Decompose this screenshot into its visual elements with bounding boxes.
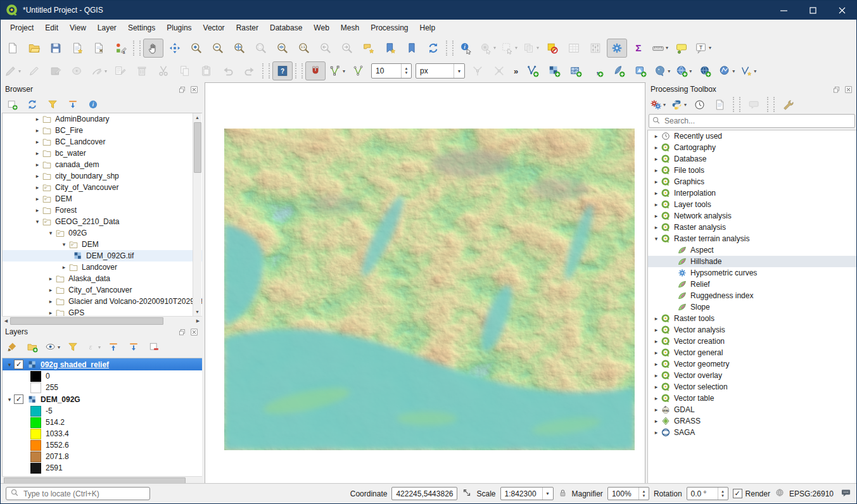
collapse-all-button[interactable] [64,96,82,113]
chevron-right-icon[interactable]: ▸ [33,150,42,156]
processing-item-layer-tools[interactable]: ▸Layer tools [648,199,857,210]
show-map-tips-button[interactable] [671,39,692,58]
chevron-right-icon[interactable]: ▸ [46,298,55,305]
chevron-right-icon[interactable]: ▸ [46,287,55,293]
legend-entry[interactable]: 2071.8 [3,451,203,462]
open-layer-styling-panel-button[interactable] [3,339,21,355]
chevron-right-icon[interactable]: ▸ [60,264,68,270]
chevron-right-icon[interactable]: ▸ [652,395,661,401]
processing-models-button[interactable] [711,96,728,113]
float-panel-icon[interactable] [177,327,187,337]
chevron-right-icon[interactable]: ▸ [652,213,661,219]
menu-database[interactable]: Database [264,21,308,35]
zoom-native-resolution-button[interactable]: 1:1 [294,39,314,58]
browser-item-canada-dem[interactable]: ▸canada_dem [3,159,203,170]
chevron-right-icon[interactable]: ▸ [33,184,42,191]
processing-item-interpolation[interactable]: ▸Interpolation [648,187,857,199]
messages-icon[interactable] [841,488,851,500]
scroll-right-icon[interactable]: ▶ [194,317,202,325]
processing-item-vector-overlay[interactable]: ▸Vector overlay [648,370,857,381]
processing-options-button[interactable] [779,96,797,113]
processing-item-recently-used[interactable]: ▸Recently used [648,130,857,142]
scroll-down-icon[interactable]: ▼ [193,308,201,316]
add-oracle-layer-button[interactable]: i▾ [673,61,694,80]
render-checkbox[interactable]: ✓ Render [733,489,770,498]
processing-item-raster-tools[interactable]: ▸Raster tools [648,313,857,324]
close-panel-icon[interactable] [844,85,853,94]
processing-item-relief[interactable]: Relief [648,279,857,290]
zoom-out-button[interactable] [208,39,228,58]
layer-visibility-checkbox[interactable]: ✓ [14,394,23,404]
chevron-right-icon[interactable]: ▸ [652,350,661,356]
menu-vector[interactable]: Vector [198,21,231,35]
menu-help[interactable]: Help [414,21,441,35]
chevron-right-icon[interactable]: ▸ [652,179,661,185]
processing-item-graphics[interactable]: ▸Graphics [648,176,857,187]
magnifier-spinbox[interactable]: 100% ▲▼ [607,487,649,500]
chevron-right-icon[interactable]: ▸ [652,384,661,390]
identify-features-button[interactable]: i [456,39,476,58]
add-virtual-layer-button[interactable]: ▾ [738,61,758,80]
layer-item-092g-shaded-relief[interactable]: ▾✓092g shaded_relief [3,358,203,370]
menu-plugins[interactable]: Plugins [161,21,197,35]
collapse-all-button[interactable] [125,339,143,355]
close-panel-icon[interactable] [189,85,199,94]
deselect-features-all-layers-button[interactable] [542,39,562,58]
processing-item-cartography[interactable]: ▸Cartography [648,142,857,153]
browser-item-dem[interactable]: ▾DEM [3,239,203,250]
browser-item-bc-water[interactable]: ▸bc_water [3,148,203,159]
browser-item-geog-2210-data[interactable]: ▾GEOG_2210_Data [3,216,203,227]
add-vector-layer-button[interactable] [523,61,543,80]
processing-item-hillshade[interactable]: Hillshade [648,256,857,267]
float-panel-icon[interactable] [177,85,187,94]
chevron-right-icon[interactable]: ▸ [652,167,661,173]
processing-algorithms-button[interactable]: ▾ [649,96,667,113]
processing-search[interactable] [649,114,855,128]
chevron-right-icon[interactable]: ▸ [33,207,42,213]
add-wcs-layer-button[interactable] [695,61,715,80]
chevron-right-icon[interactable]: ▸ [652,361,661,367]
chevron-down-icon[interactable]: ▾ [33,218,42,225]
expand-all-button[interactable] [105,339,122,355]
browser-item-dem-092g-tif[interactable]: DEM_092G.tif [3,250,203,261]
spin-down-icon[interactable]: ▼ [642,494,645,498]
chevron-down-icon[interactable]: ▾ [5,396,14,403]
show-layout-manager-button[interactable] [89,39,109,58]
processing-item-vector-table[interactable]: ▸Vector table [648,393,857,404]
snapping-units-combobox[interactable]: px▾ [416,63,465,79]
enable-snapping-button[interactable] [305,61,326,80]
processing-item-gdal[interactable]: ▸GDALGDAL [648,404,857,415]
browser-item-glacier-and-volcano-20200910t202938[interactable]: ▸Glacier and Volcano-20200910T202938 [3,296,203,307]
processing-item-raster-terrain-analysis[interactable]: ▾Raster terrain analysis [648,233,857,244]
chevron-down-icon[interactable]: ▾ [542,488,553,500]
browser-item-092g[interactable]: ▾092G [3,227,203,239]
manage-map-themes-button[interactable]: ▾ [44,339,61,355]
processing-item-vector-creation[interactable]: ▸Vector creation [648,336,857,347]
chevron-down-icon[interactable]: ▾ [5,362,14,368]
browser-item-city-of-vancouver[interactable]: ▸City_of_Vancouver [3,284,203,296]
menu-project[interactable]: Project [4,21,39,35]
chevron-right-icon[interactable]: ▸ [652,144,661,151]
chevron-down-icon[interactable]: ▾ [454,64,464,78]
new-project-button[interactable] [3,39,23,58]
close-panel-icon[interactable] [189,327,199,337]
refresh-map-button[interactable] [423,39,443,58]
processing-item-database[interactable]: ▸Database [648,153,857,165]
help-button[interactable]: ? [272,61,293,80]
processing-item-vector-selection[interactable]: ▸Vector selection [648,381,857,393]
legend-entry[interactable]: 2591 [3,462,203,474]
menu-settings[interactable]: Settings [122,21,161,35]
legend-entry[interactable]: -5 [3,405,203,417]
legend-entry[interactable]: 514.2 [3,417,203,428]
filter-legend-button[interactable] [64,339,82,355]
spin-up-icon[interactable]: ▲ [642,489,645,494]
scale-combobox[interactable]: 1:842300 ▾ [500,487,554,500]
chevron-right-icon[interactable]: ▸ [33,139,42,145]
coordinate-value[interactable]: 422245,5443826 [391,487,457,500]
chevron-right-icon[interactable]: ▸ [652,201,661,208]
legend-entry[interactable]: 0 [3,370,203,382]
spin-up-icon[interactable]: ▲ [405,66,409,71]
browser-item-city-of-vancouver[interactable]: ▸City_of_Vancouver [3,182,203,193]
vertex-tool-current-layer-button[interactable] [348,61,369,80]
processing-item-grass[interactable]: ▸GRASS [648,415,857,427]
